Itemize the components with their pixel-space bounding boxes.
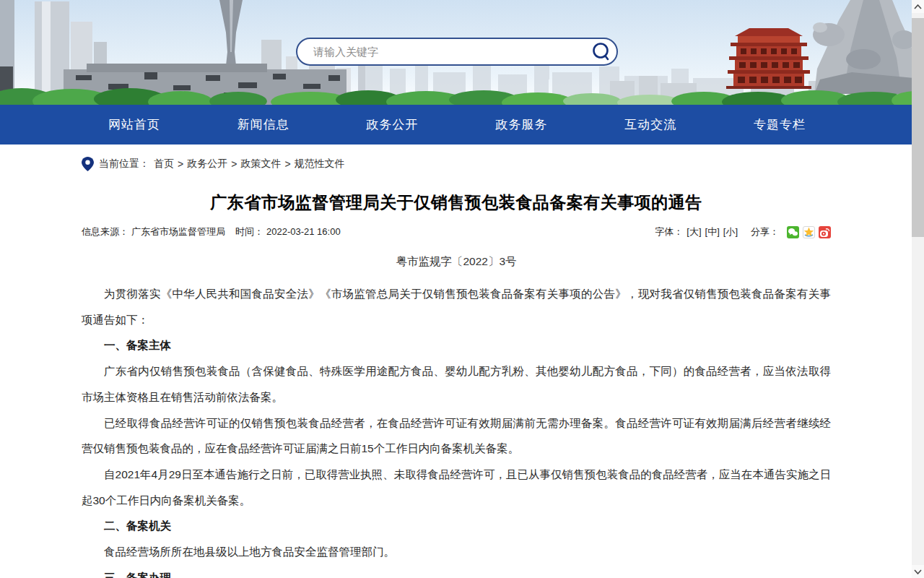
paragraph: 已经取得食品经营许可证的仅销售预包装食品经营者，在食品经营许可证有效期届满前无需…: [82, 410, 831, 462]
scrollbar-thumb[interactable]: [912, 18, 924, 237]
time-value: 2022-03-21 16:00: [266, 226, 341, 237]
nav-item-news[interactable]: 新闻信息: [237, 116, 289, 133]
paragraph: 食品经营场所所在地县级以上地方食品安全监督管理部门。: [82, 539, 831, 565]
section-heading-2: 二、备案机关: [82, 513, 831, 539]
wechat-bubbles-glyph: [787, 226, 799, 238]
font-size-label: 字体：: [655, 225, 683, 238]
breadcrumb-item-policy-docs[interactable]: 政策文件: [240, 158, 281, 171]
section-heading-1: 一、备案主体: [82, 332, 831, 358]
search-input[interactable]: [312, 45, 590, 59]
search-bar[interactable]: [296, 38, 618, 66]
main-navigation: 网站首页 新闻信息 政务公开 政务服务 互动交流 专题专栏: [0, 105, 924, 144]
font-size-medium-button[interactable]: [中]: [705, 225, 720, 238]
section-heading-3: 三、备案办理: [82, 565, 831, 578]
location-pin-icon: [82, 157, 94, 171]
source-label: 信息来源：: [82, 226, 128, 237]
breadcrumb-separator: >: [284, 158, 290, 170]
chevron-down-icon: [914, 569, 922, 574]
document-number: 粤市监规字〔2022〕3号: [82, 254, 831, 269]
share-label: 分享：: [751, 225, 779, 238]
nav-item-home[interactable]: 网站首页: [108, 116, 160, 133]
qzone-star-glyph: [803, 227, 814, 238]
scrollbar-down-arrow[interactable]: [912, 565, 924, 578]
time-label: 时间：: [235, 226, 263, 237]
breadcrumb-separator: >: [231, 158, 237, 170]
breadcrumb: 当前位置： 首页 > 政务公开 > 政策文件 > 规范性文件: [82, 157, 831, 171]
nav-item-gov-info[interactable]: 政务公开: [367, 116, 419, 133]
font-size-small-button[interactable]: [小]: [723, 225, 738, 238]
font-size-large-button[interactable]: [大]: [687, 225, 701, 238]
nav-item-gov-services[interactable]: 政务服务: [495, 116, 547, 133]
breadcrumb-item-gov-info[interactable]: 政务公开: [187, 158, 227, 171]
weibo-eye-glyph: [819, 226, 831, 238]
breadcrumb-item-normative-docs[interactable]: 规范性文件: [295, 158, 345, 171]
breadcrumb-item-home[interactable]: 首页: [154, 158, 174, 171]
search-icon: [591, 42, 611, 62]
nav-item-special-topics[interactable]: 专题专栏: [754, 116, 806, 133]
paragraph: 为贯彻落实《中华人民共和国食品安全法》《市场监管总局关于仅销售预包装食品备案有关…: [82, 281, 831, 332]
page-title: 广东省市场监督管理局关于仅销售预包装食品备案有关事项的通告: [82, 191, 831, 214]
vertical-scrollbar[interactable]: [912, 0, 924, 578]
paragraph: 自2021年4月29日至本通告施行之日前，已取得营业执照、未取得食品经营许可，且…: [82, 462, 831, 513]
header-banner: [0, 0, 924, 105]
chevron-up-icon: [914, 4, 922, 9]
breadcrumb-separator: >: [178, 158, 183, 170]
article-meta-right: 字体： [大] [中] [小] 分享：: [655, 225, 831, 238]
paragraph: 广东省内仅销售预包装食品（含保健食品、特殊医学用途配方食品、婴幼儿配方乳粉、其他…: [82, 358, 831, 410]
article-body: 为贯彻落实《中华人民共和国食品安全法》《市场监管总局关于仅销售预包装食品备案有关…: [82, 281, 831, 578]
article-meta-left: 信息来源：广东省市场监督管理局时间：2022-03-21 16:00: [82, 225, 344, 238]
search-button[interactable]: [590, 41, 612, 63]
nav-item-interaction[interactable]: 互动交流: [624, 116, 676, 133]
scrollbar-up-arrow[interactable]: [912, 0, 924, 13]
source-value: 广东省市场监督管理局: [131, 226, 225, 237]
weibo-share-icon[interactable]: [819, 226, 831, 238]
article-page: 当前位置： 首页 > 政务公开 > 政策文件 > 规范性文件 广东省市场监督管理…: [82, 157, 831, 578]
qzone-share-icon[interactable]: [803, 226, 815, 238]
breadcrumb-label: 当前位置：: [99, 158, 149, 171]
wechat-share-icon[interactable]: [787, 226, 799, 238]
article-meta: 信息来源：广东省市场监督管理局时间：2022-03-21 16:00 字体： […: [82, 225, 831, 238]
